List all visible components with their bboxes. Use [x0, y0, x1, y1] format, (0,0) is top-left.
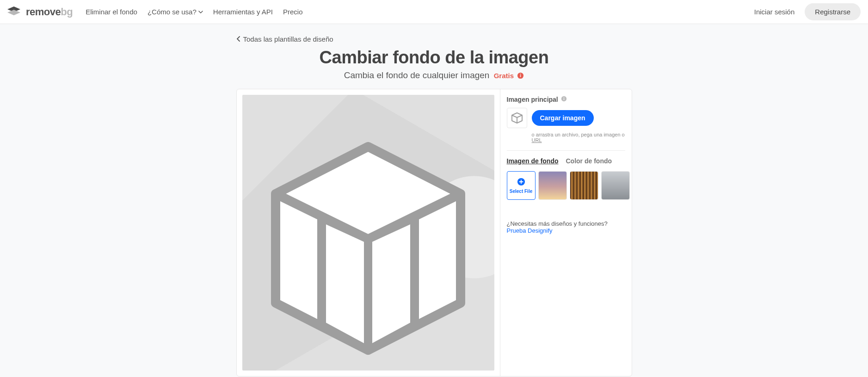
- bg-image-row: Select File: [507, 171, 625, 200]
- info-icon[interactable]: [517, 72, 524, 79]
- tab-bg-color[interactable]: Color de fondo: [566, 157, 612, 166]
- tab-bg-image[interactable]: Imagen de fondo: [507, 157, 559, 166]
- bg-preset-wood[interactable]: [570, 171, 598, 200]
- free-badge: Gratis: [494, 72, 514, 80]
- back-to-templates-link[interactable]: Todas las plantillas de diseño: [236, 35, 632, 43]
- nav-remove-bg[interactable]: Eliminar el fondo: [86, 8, 137, 16]
- preview-pane: [237, 89, 500, 376]
- bg-select-file-tile[interactable]: Select File: [507, 171, 536, 200]
- upload-image-button[interactable]: Cargar imagen: [532, 110, 594, 126]
- nav-tools-api[interactable]: Herramientas y API: [213, 8, 273, 16]
- page-body: Todas las plantillas de diseño Cambiar f…: [0, 24, 868, 377]
- main-image-label: Imagen principal: [507, 96, 625, 103]
- svg-point-13: [563, 97, 564, 98]
- try-designify-link[interactable]: Prueba Designify: [507, 227, 553, 234]
- svg-point-4: [520, 74, 521, 75]
- svg-rect-3: [520, 75, 521, 78]
- subtitle-text: Cambia el fondo de cualquier imagen: [344, 70, 490, 80]
- signup-button[interactable]: Registrarse: [805, 3, 861, 20]
- paste-url-link[interactable]: URL: [532, 137, 542, 143]
- logo-stack-icon: [6, 6, 21, 19]
- page-subtitle: Cambia el fondo de cualquier imagen Grat…: [236, 70, 632, 80]
- nav-pricing[interactable]: Precio: [283, 8, 303, 16]
- login-link[interactable]: Iniciar sesión: [754, 8, 795, 16]
- side-panel: Imagen principal: [500, 89, 632, 376]
- page-title: Cambiar fondo de la imagen: [236, 48, 632, 68]
- nav-how-to-use[interactable]: ¿Cómo se usa?: [148, 8, 203, 16]
- preview-canvas[interactable]: [242, 95, 494, 371]
- background-section: Imagen de fondo Color de fondo Select Fi…: [507, 150, 625, 234]
- brand-logo[interactable]: removebg: [4, 6, 75, 19]
- chevron-down-icon: [198, 8, 203, 16]
- main-image-thumbnail[interactable]: [507, 108, 527, 128]
- bg-preset-gradient[interactable]: [538, 171, 567, 200]
- select-file-label: Select File: [510, 189, 532, 194]
- top-navbar: removebg Eliminar el fondo ¿Cómo se usa?…: [0, 0, 868, 24]
- main-image-section: Imagen principal: [507, 96, 625, 143]
- drag-drop-hint: o arrastra un archivo, pega una imagen o…: [532, 132, 625, 143]
- designify-cta: ¿Necesitas más diseños y funciones? Prue…: [507, 220, 625, 234]
- placeholder-cube-icon: [266, 142, 470, 357]
- svg-rect-12: [564, 98, 564, 100]
- nav-left: removebg Eliminar el fondo ¿Cómo se usa?…: [4, 6, 303, 19]
- chevron-left-icon: [236, 35, 240, 43]
- svg-marker-1: [7, 10, 20, 15]
- editor-card: Imagen principal: [236, 89, 632, 377]
- plus-circle-icon: [517, 178, 525, 187]
- background-tabs: Imagen de fondo Color de fondo: [507, 157, 625, 166]
- info-icon[interactable]: [561, 96, 567, 103]
- nav-right: Iniciar sesión Registrarse: [754, 3, 864, 20]
- back-link-label: Todas las plantillas de diseño: [243, 35, 333, 43]
- main-image-row: Cargar imagen: [507, 108, 625, 128]
- logo-text: removebg: [26, 6, 73, 18]
- svg-rect-18: [519, 181, 523, 182]
- bg-preset-city[interactable]: [601, 171, 630, 200]
- content: Todas las plantillas de diseño Cambiar f…: [155, 35, 713, 377]
